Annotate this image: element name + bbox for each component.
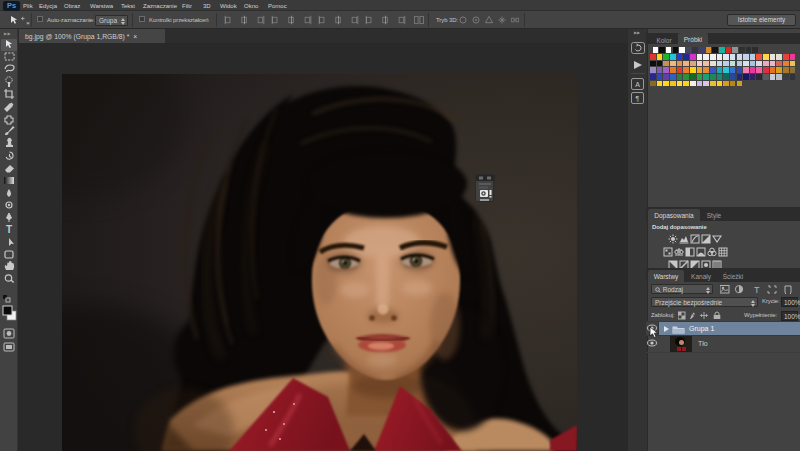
svg-text:T: T — [6, 224, 12, 235]
svg-text:T: T — [754, 285, 760, 294]
